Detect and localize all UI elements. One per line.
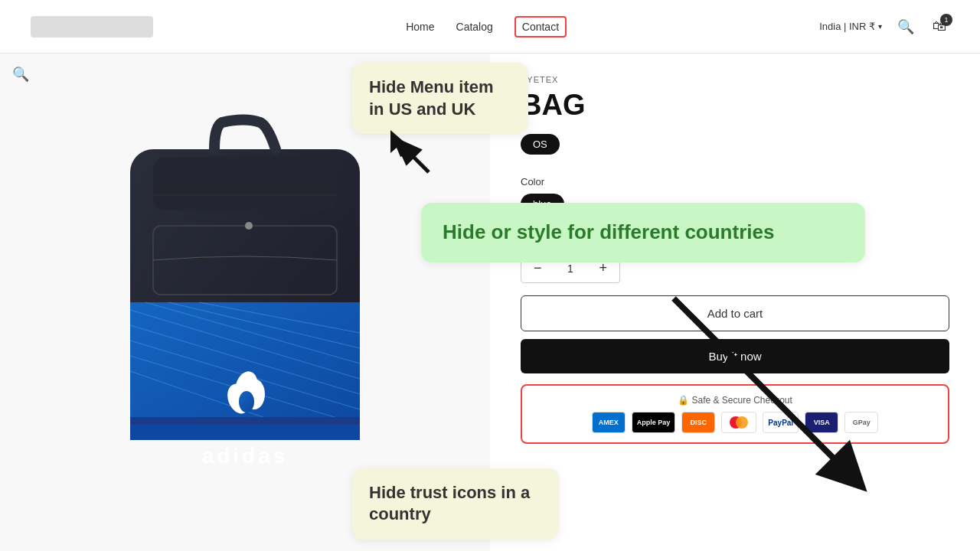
tooltip-hide-style: Hide or style for different countries [421, 203, 865, 262]
country-selector[interactable]: India | INR ₹ ▾ [819, 21, 882, 32]
nav-contact[interactable]: Contact [514, 16, 567, 37]
header-right: India | INR ₹ ▾ 🔍 🛍 1 [819, 15, 949, 38]
main-nav: Home Catalog Contact [406, 16, 567, 37]
country-label: India | INR ₹ [819, 21, 875, 32]
chevron-down-icon: ▾ [878, 22, 882, 31]
product-title: BAG [521, 89, 949, 122]
discover-icon: DISC [681, 412, 715, 433]
svg-rect-24 [130, 425, 360, 440]
header: Home Catalog Contact India | INR ₹ ▾ 🔍 🛍… [0, 0, 980, 54]
color-label: Color [521, 176, 949, 187]
gpay-icon: GPay [844, 412, 878, 433]
buy-now-button[interactable]: Buy it now [521, 339, 949, 373]
add-to-cart-button[interactable]: Add to cart [521, 295, 949, 331]
zoom-icon: 🔍 [12, 67, 29, 82]
svg-point-26 [736, 416, 748, 429]
svg-point-19 [239, 391, 254, 412]
visa-icon: VISA [805, 412, 838, 433]
svg-point-22 [245, 222, 253, 230]
tooltip-hide-trust: Hide trust icons in a country [352, 468, 559, 540]
tooltip-hide-menu-text: Hide Menu item in US and UK [369, 77, 494, 119]
mastercard-icon [721, 412, 756, 433]
payment-icons: AMEX Apple Pay DISC PayPal VISA GPay [534, 412, 936, 433]
tooltip-hide-style-text: Hide or style for different countries [443, 220, 774, 243]
amex-icon: AMEX [592, 412, 626, 433]
svg-text:adidas: adidas [202, 444, 289, 468]
arrow-menu-icon [383, 126, 444, 191]
search-icon: 🔍 [897, 19, 914, 34]
size-button[interactable]: OS [521, 134, 560, 155]
cart-badge: 1 [940, 14, 952, 26]
svg-rect-1 [153, 157, 337, 210]
product-details: EYETEX BAG OS Color blue Quantity − 1 + … [490, 54, 980, 551]
tooltip-hide-trust-text: Hide trust icons in a country [369, 483, 530, 524]
nav-catalog[interactable]: Catalog [456, 21, 493, 33]
svg-marker-27 [390, 130, 408, 157]
quantity-value: 1 [554, 262, 587, 275]
cart-button[interactable]: 🛍 1 [929, 15, 949, 37]
search-button[interactable]: 🔍 [894, 15, 917, 38]
product-image: adidas [61, 80, 429, 524]
nav-home[interactable]: Home [406, 21, 434, 33]
logo [31, 16, 153, 37]
brand-label: EYETEX [521, 75, 949, 84]
applepay-icon: Apple Pay [632, 412, 676, 433]
main-content: 🔍 [0, 54, 980, 551]
tooltip-hide-menu: Hide Menu item in US and UK [352, 63, 528, 134]
paypal-icon: PayPal [763, 412, 799, 433]
trust-icons-box: 🔒 Safe & Secure Checkout AMEX Apple Pay … [521, 384, 949, 444]
zoom-button[interactable]: 🔍 [12, 66, 29, 83]
trust-header: 🔒 Safe & Secure Checkout [534, 395, 936, 406]
